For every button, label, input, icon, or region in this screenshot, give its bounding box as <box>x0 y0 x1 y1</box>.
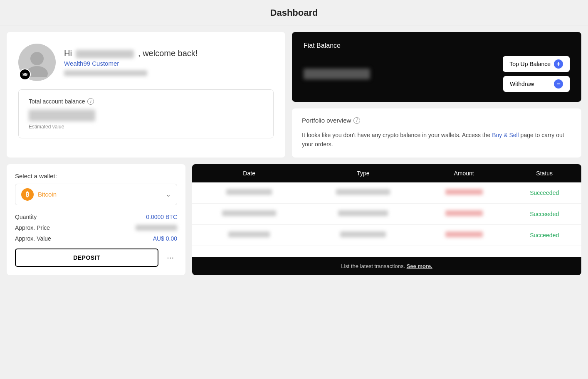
portfolio-title: Portfolio overview <box>302 117 351 124</box>
wallet-details: Quantity 0.0000 BTC Approx. Price Approx… <box>15 214 177 242</box>
portfolio-body-text: It looks like you don't have any crypto … <box>302 132 492 138</box>
user-details: Hi , welcome back! Wealth99 Customer <box>64 49 198 76</box>
type-blur <box>338 210 388 216</box>
portfolio-title-row: Portfolio overview i <box>302 117 571 124</box>
portfolio-info-icon[interactable]: i <box>353 117 360 124</box>
table-header-row: Date Type Amount Status <box>192 164 581 182</box>
date-cell <box>192 182 306 204</box>
transactions-footer: List the latest transactions. See more. <box>192 257 581 275</box>
quantity-row: Quantity 0.0000 BTC <box>15 214 177 220</box>
page-title: Dashboard <box>0 7 588 18</box>
quantity-value: 0.0000 BTC <box>146 214 177 220</box>
status-succeeded: Succeeded <box>530 190 559 196</box>
wallet-name: Bitcoin <box>38 191 57 198</box>
table-row: Succeeded <box>192 182 581 204</box>
transactions-panel: Date Type Amount Status Succeeded <box>192 164 581 275</box>
deposit-button[interactable]: DEPOSIT <box>15 249 158 267</box>
approx-price-row: Approx. Price <box>15 224 177 231</box>
user-panel: 99 Hi , welcome back! Wealth99 Customer … <box>7 32 285 158</box>
approx-value-label: Approx. Value <box>15 235 51 242</box>
amount-cell <box>420 182 508 204</box>
balance-title: Total account balance <box>29 98 85 105</box>
select-wallet-label: Select a wallet: <box>15 172 177 180</box>
amount-cell <box>420 203 508 224</box>
type-blur <box>340 231 386 237</box>
status-cell: Succeeded <box>507 203 581 224</box>
page-header: Dashboard <box>0 0 588 25</box>
date-cell <box>192 224 306 246</box>
avatar-container: 99 <box>18 44 56 81</box>
table-row: Succeeded <box>192 203 581 224</box>
approx-value-row: Approx. Value AU$ 0.00 <box>15 235 177 242</box>
fiat-title: Fiat Balance <box>304 42 570 49</box>
status-succeeded: Succeeded <box>530 211 559 217</box>
date-blur <box>222 210 276 216</box>
blurred-username <box>76 50 134 58</box>
wallet-dropdown-left: ₿ Bitcoin <box>21 188 57 201</box>
fiat-panel: Fiat Balance Top Up Balance + Withdraw − <box>292 32 581 102</box>
quantity-label: Quantity <box>15 214 37 220</box>
approx-price-label: Approx. Price <box>15 224 50 231</box>
balance-amount-blurred <box>29 110 95 121</box>
approx-price-blurred <box>136 225 177 231</box>
transactions-table: Date Type Amount Status Succeeded <box>192 164 581 246</box>
type-blur <box>336 189 390 195</box>
bottom-section: Select a wallet: ₿ Bitcoin ⌄ Quantity 0.… <box>7 164 581 275</box>
col-date: Date <box>192 164 306 182</box>
col-type: Type <box>306 164 420 182</box>
see-more-link[interactable]: See more. <box>407 263 432 269</box>
chevron-down-icon: ⌄ <box>166 191 171 198</box>
top-up-label: Top Up Balance <box>509 61 551 67</box>
customer-label: Wealth99 Customer <box>64 60 198 67</box>
date-blur <box>226 189 272 195</box>
type-cell <box>306 182 420 204</box>
portfolio-body: It looks like you don't have any crypto … <box>302 130 571 149</box>
estimated-label: Estimated value <box>29 124 263 130</box>
buy-sell-link[interactable]: Buy & Sell <box>492 132 519 138</box>
balance-title-row: Total account balance i <box>29 98 263 105</box>
wallet-panel: Select a wallet: ₿ Bitcoin ⌄ Quantity 0.… <box>7 164 185 275</box>
wallet-dropdown[interactable]: ₿ Bitcoin ⌄ <box>15 184 177 205</box>
welcome-text: Hi , welcome back! <box>64 49 198 58</box>
footer-text: List the latest transactions. <box>341 263 407 269</box>
amount-blur <box>445 231 483 237</box>
balance-card: Total account balance i Estimated value <box>18 89 274 138</box>
type-cell <box>306 224 420 246</box>
fiat-body: Top Up Balance + Withdraw − <box>304 56 570 92</box>
approx-value-value: AU$ 0.00 <box>153 235 177 242</box>
date-cell <box>192 203 306 224</box>
plus-icon: + <box>554 59 563 69</box>
amount-blur <box>445 210 483 216</box>
welcome-prefix: Hi <box>64 49 72 58</box>
user-info-row: 99 Hi , welcome back! Wealth99 Customer <box>18 44 274 81</box>
col-status: Status <box>507 164 581 182</box>
wallet-actions: DEPOSIT ··· <box>15 249 177 267</box>
welcome-suffix: , welcome back! <box>138 49 198 58</box>
status-cell: Succeeded <box>507 224 581 246</box>
minus-icon: − <box>554 79 563 89</box>
withdraw-label: Withdraw <box>510 81 534 87</box>
withdraw-button[interactable]: Withdraw − <box>503 76 570 92</box>
balance-info-icon[interactable]: i <box>87 98 94 105</box>
table-row: Succeeded <box>192 224 581 246</box>
portfolio-panel: Portfolio overview i It looks like you d… <box>292 108 581 158</box>
bitcoin-icon: ₿ <box>21 188 34 201</box>
fiat-amount-blurred <box>304 69 370 79</box>
avatar-badge: 99 <box>19 69 31 80</box>
top-up-balance-button[interactable]: Top Up Balance + <box>503 56 570 72</box>
amount-cell <box>420 224 508 246</box>
svg-point-0 <box>30 52 44 65</box>
blurred-email <box>64 70 147 76</box>
more-options-button[interactable]: ··· <box>163 249 177 266</box>
status-cell: Succeeded <box>507 182 581 204</box>
amount-blur <box>445 189 483 195</box>
type-cell <box>306 203 420 224</box>
fiat-actions: Top Up Balance + Withdraw − <box>503 56 570 92</box>
col-amount: Amount <box>420 164 508 182</box>
date-blur <box>228 231 270 237</box>
status-succeeded: Succeeded <box>530 232 559 239</box>
